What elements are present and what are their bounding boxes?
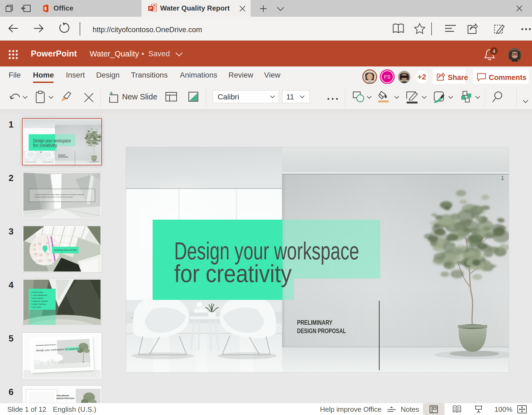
svg-text:FS: FS xyxy=(384,74,390,80)
svg-text:4: 4 xyxy=(493,48,496,54)
svg-text:P: P xyxy=(149,6,152,11)
